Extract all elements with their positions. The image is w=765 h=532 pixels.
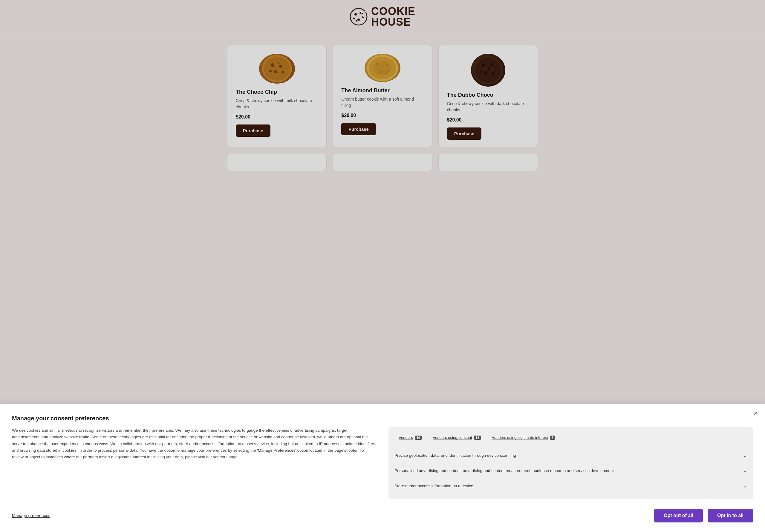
consent-item-advertising[interactable]: Personalised advertising and content, ad… bbox=[394, 463, 747, 478]
vendor-tab-badge-consent: 18 bbox=[474, 435, 481, 440]
modal-close-button[interactable]: × bbox=[754, 409, 758, 417]
vendor-tab-legitimate-label: Vendors using legitimate interest bbox=[492, 435, 548, 440]
vendor-tab-consent-label: Vendors using consent bbox=[433, 435, 472, 440]
vendor-tabs: Vendors 19 Vendors using consent 18 Vend… bbox=[394, 433, 747, 442]
vendor-tab-consent[interactable]: Vendors using consent 18 bbox=[428, 433, 485, 442]
cookie-consent-modal: × Manage your consent preferences We use… bbox=[0, 404, 765, 532]
vendor-tab-label: Vendors bbox=[398, 435, 413, 440]
chevron-down-icon: ⌄ bbox=[743, 467, 747, 474]
chevron-down-icon: ⌄ bbox=[743, 482, 747, 489]
modal-description: We use cookies and similar methods to re… bbox=[12, 427, 377, 499]
vendor-tab-badge-all: 19 bbox=[415, 435, 422, 440]
chevron-down-icon: ⌄ bbox=[743, 452, 747, 458]
consent-items-list: Precise geolocation data, and identifica… bbox=[394, 448, 747, 493]
vendor-tab-legitimate[interactable]: Vendors using legitimate interest 6 bbox=[488, 433, 559, 442]
consent-item-label: Store and/or access information on a dev… bbox=[394, 484, 473, 488]
opt-in-button[interactable]: Opt in to all bbox=[708, 509, 753, 522]
modal-title: Manage your consent preferences bbox=[12, 415, 753, 422]
vendor-panel: Vendors 19 Vendors using consent 18 Vend… bbox=[388, 427, 753, 499]
vendor-tab-all[interactable]: Vendors 19 bbox=[394, 433, 426, 442]
consent-item-label: Precise geolocation data, and identifica… bbox=[394, 453, 516, 458]
consent-item-geolocation[interactable]: Precise geolocation data, and identifica… bbox=[394, 448, 747, 463]
manage-preferences-button[interactable]: Manage preferences bbox=[12, 513, 50, 518]
opt-out-button[interactable]: Opt out of all bbox=[654, 509, 703, 522]
consent-item-label: Personalised advertising and content, ad… bbox=[394, 468, 614, 473]
modal-footer: Manage preferences Opt out of all Opt in… bbox=[12, 509, 753, 522]
modal-body: We use cookies and similar methods to re… bbox=[12, 427, 753, 499]
vendor-tab-badge-legitimate: 6 bbox=[550, 435, 555, 440]
consent-item-device-access[interactable]: Store and/or access information on a dev… bbox=[394, 478, 747, 493]
